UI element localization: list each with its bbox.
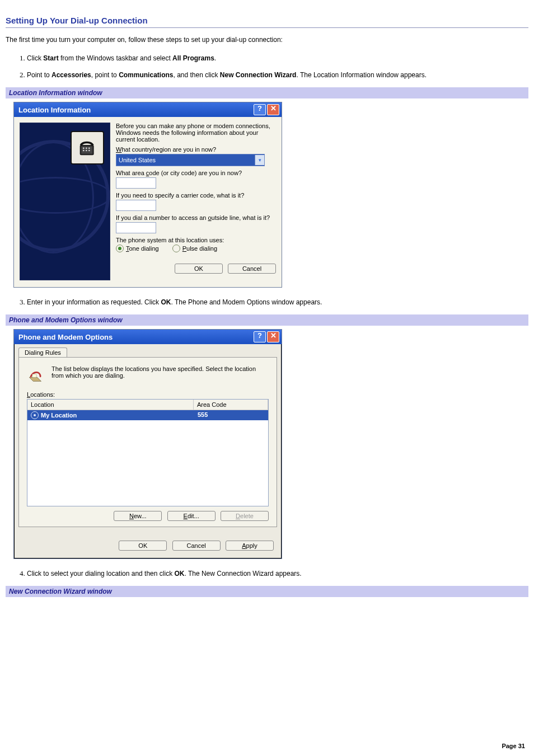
t: from the Windows taskbar and select bbox=[59, 54, 172, 62]
section-title: Setting Up Your Dial-up Connection bbox=[6, 16, 528, 25]
tab-dialing-rules[interactable]: Dialing Rules bbox=[18, 348, 67, 357]
titlebar-text: Location Information bbox=[16, 106, 252, 114]
outside-line-input[interactable] bbox=[116, 222, 156, 233]
caption-new-connection: New Connection Wizard window bbox=[6, 586, 528, 597]
country-select-value: United States bbox=[119, 157, 156, 163]
t: . The Phone and Modem Options window app… bbox=[171, 298, 322, 306]
svg-rect-8 bbox=[32, 374, 36, 378]
help-icon[interactable]: ? bbox=[254, 331, 266, 342]
t: . bbox=[214, 54, 216, 62]
titlebar-text: Phone and Modem Options bbox=[16, 333, 252, 341]
locations-list[interactable]: Location Area Code My Location 555 bbox=[27, 399, 269, 506]
t: , and then click bbox=[173, 71, 219, 79]
close-icon[interactable]: ✕ bbox=[267, 331, 279, 342]
t: New Connection Wizard bbox=[220, 71, 297, 79]
step-2: Point to Accessories, point to Communica… bbox=[27, 71, 528, 79]
section-rule bbox=[6, 27, 528, 28]
ok-button[interactable]: OK bbox=[119, 541, 167, 551]
locations-label: Locations: bbox=[27, 391, 269, 398]
step-list-cont2: Click to select your dialing location an… bbox=[6, 569, 528, 578]
step-4: Click to select your dialing location an… bbox=[27, 569, 528, 578]
caption-phone-modem: Phone and Modem Options window bbox=[6, 314, 528, 326]
phone-modem-icon bbox=[27, 365, 46, 384]
t: . The New Connection Wizard appears. bbox=[184, 570, 301, 577]
cancel-button[interactable]: Cancel bbox=[172, 541, 221, 551]
caption-location-info: Location Information window bbox=[6, 87, 528, 98]
col-location: Location bbox=[27, 400, 194, 410]
svg-point-7 bbox=[88, 150, 90, 152]
country-label: What country/region are you in now? bbox=[116, 146, 276, 153]
svg-point-5 bbox=[83, 150, 85, 152]
svg-point-6 bbox=[86, 150, 87, 152]
delete-button: Delete bbox=[221, 511, 269, 521]
cancel-button[interactable]: Cancel bbox=[228, 264, 276, 274]
phone-modem-window: Phone and Modem Options ? ✕ Dialing Rule… bbox=[13, 329, 282, 559]
sidebar-graphic bbox=[20, 123, 110, 280]
carrier-label: If you need to specify a carrier code, w… bbox=[116, 192, 276, 199]
apply-button[interactable]: Apply bbox=[226, 541, 274, 551]
description: The list below displays the locations yo… bbox=[51, 365, 269, 379]
svg-point-2 bbox=[83, 148, 85, 149]
titlebar: Phone and Modem Options ? ✕ bbox=[14, 330, 282, 344]
outside-line-label: If you dial a number to access an outsid… bbox=[116, 214, 276, 221]
edit-button[interactable]: Edit... bbox=[167, 511, 216, 521]
svg-point-4 bbox=[88, 148, 90, 149]
t: Click to select your dialing location an… bbox=[27, 570, 174, 577]
t: Start bbox=[43, 54, 58, 62]
step-3: Enter in your information as requested. … bbox=[27, 298, 528, 307]
t: All Programs bbox=[172, 54, 214, 62]
t: Click bbox=[27, 54, 43, 62]
step-list: Click Start from the Windows taskbar and… bbox=[6, 54, 528, 79]
carrier-input[interactable] bbox=[116, 200, 156, 211]
ok-button[interactable]: OK bbox=[175, 264, 223, 274]
t: Enter in your information as requested. … bbox=[27, 298, 161, 306]
t: . The Location Information window appear… bbox=[296, 71, 427, 79]
areacode-input[interactable] bbox=[116, 177, 156, 189]
list-header: Location Area Code bbox=[27, 400, 268, 410]
t: , point to bbox=[91, 71, 119, 79]
intro: Before you can make any phone or modem c… bbox=[116, 123, 276, 143]
step-list-cont: Enter in your information as requested. … bbox=[6, 298, 528, 307]
svg-point-3 bbox=[86, 148, 87, 149]
t: Accessories bbox=[51, 71, 91, 79]
col-areacode: Area Code bbox=[194, 400, 268, 410]
phone-icon bbox=[71, 131, 104, 165]
chevron-down-icon[interactable]: ▾ bbox=[255, 155, 264, 165]
close-icon[interactable]: ✕ bbox=[267, 104, 279, 115]
t: OK bbox=[161, 298, 171, 306]
step-1: Click Start from the Windows taskbar and… bbox=[27, 54, 528, 63]
pulse-dialing-radio[interactable]: Pulse dialing bbox=[172, 245, 217, 252]
titlebar: Location Information ? ✕ bbox=[14, 102, 282, 117]
tone-dialing-radio[interactable]: Tone dialing bbox=[116, 245, 159, 252]
t: Communications bbox=[119, 71, 173, 79]
new-button[interactable]: New... bbox=[114, 511, 162, 521]
help-icon[interactable]: ? bbox=[254, 104, 266, 115]
list-row-selected[interactable]: My Location 555 bbox=[27, 410, 268, 420]
t: OK bbox=[174, 570, 184, 577]
intro-text: The first time you turn your computer on… bbox=[6, 36, 528, 44]
t: Point to bbox=[27, 71, 51, 79]
phone-system-label: The phone system at this location uses: bbox=[116, 237, 276, 243]
areacode-label: What area code (or city code) are you in… bbox=[116, 170, 276, 176]
row-location: My Location bbox=[41, 412, 77, 419]
selected-dot-icon bbox=[31, 411, 39, 419]
country-select[interactable]: United States ▾ bbox=[116, 154, 265, 166]
row-areacode: 555 bbox=[194, 410, 268, 420]
location-information-window: Location Information ? ✕ bbox=[13, 102, 282, 288]
page-number: Page 31 bbox=[502, 743, 525, 749]
